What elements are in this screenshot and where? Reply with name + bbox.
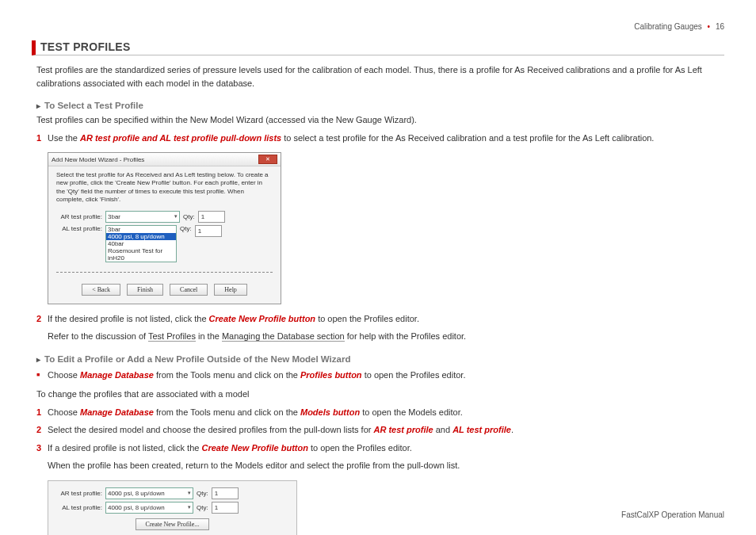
wizard-dialog: Add New Model Wizard - Profiles ✕ Select…	[48, 152, 281, 304]
t: from the Tools menu and click on the	[154, 407, 300, 417]
help-button[interactable]: Help	[214, 284, 247, 296]
al-label: AL test profile:	[56, 225, 102, 232]
ar-profile-combo[interactable]: 3bar▾	[105, 211, 180, 223]
al-qty-input[interactable]: 1	[195, 225, 222, 237]
ar-qty-input[interactable]: 1	[198, 211, 225, 223]
link-test-profiles[interactable]: Test Profiles	[148, 331, 196, 342]
dialog-buttons: < Back Finish Cancel Help	[48, 276, 281, 304]
step-num: 2	[36, 312, 48, 326]
cancel-button[interactable]: Cancel	[170, 284, 208, 296]
page-header: Calibrating Gauges • 16	[32, 22, 724, 31]
link-managing-db[interactable]: Managing the Database section	[222, 331, 345, 342]
t: If a desired profile is not listed, clic…	[48, 443, 201, 453]
s2-step-2: 2 Select the desired model and choose th…	[36, 423, 724, 437]
step-num: 2	[36, 423, 48, 437]
step-num: 3	[36, 441, 48, 455]
chevron-down-icon: ▾	[188, 490, 191, 496]
s2-step-3: 3 If a desired profile is not listed, cl…	[36, 441, 724, 455]
create-profile-ref2: Create New Profile button	[201, 443, 307, 453]
dialog-title: Add New Model Wizard - Profiles	[52, 156, 144, 163]
after-create: When the profile has been created, retur…	[48, 459, 724, 472]
t: If the desired profile is not listed, cl…	[48, 314, 209, 323]
subheading-edit: To Edit a Profile or Add a New Profile O…	[36, 354, 724, 364]
step-num: 1	[36, 406, 48, 419]
p2-ar-qty[interactable]: 1	[212, 487, 239, 499]
manage-db-ref: Manage Database	[80, 370, 154, 380]
profiles-btn-ref: Profiles button	[300, 370, 362, 380]
opt-3bar[interactable]: 3bar	[106, 226, 176, 233]
t: to open the Profiles editor.	[308, 443, 412, 453]
models-btn-ref: Models button	[300, 407, 360, 417]
p2-al-label: AL test profile:	[56, 504, 102, 511]
t: Choose	[48, 407, 80, 417]
qty-label2: Qty:	[180, 225, 192, 232]
chevron-down-icon: ▾	[174, 213, 178, 220]
opt-4000psi[interactable]: 4000 psi, 8 up/down	[106, 233, 176, 240]
ar-label: AR test profile:	[56, 213, 102, 220]
t: Choose	[48, 370, 80, 380]
opt-rosemount[interactable]: Rosemount Test for inH20	[106, 247, 176, 262]
subheading-select: To Select a Test Profile	[36, 101, 724, 110]
s2-step-1: 1 Choose Manage Database from the Tools …	[36, 406, 724, 419]
step-1: 1 Use the AR test profile and AL test pr…	[36, 132, 724, 145]
p2-ar-label: AR test profile:	[56, 490, 102, 497]
profiles-panel: AR test profile: 4000 psi, 8 up/down▾ Qt…	[48, 480, 297, 535]
bullet-1: Choose Manage Database from the Tools me…	[36, 369, 724, 382]
al-profile-dropdown[interactable]: 3bar 4000 psi, 8 up/down 40bar Rosemount…	[105, 225, 177, 262]
p2-al-qty[interactable]: 1	[212, 502, 239, 514]
t: from the Tools menu and click on the	[154, 370, 300, 380]
p2-qty-label: Qty:	[197, 490, 208, 497]
t: for help with the Profiles editor.	[345, 331, 466, 341]
t: Refer to the discussion of	[48, 331, 148, 341]
create-profile-ref: Create New Profile button	[209, 314, 315, 323]
intro-text: Test profiles are the standardized serie…	[36, 63, 724, 90]
dialog-desc: Select the test profile for As Received …	[56, 171, 273, 204]
opt-40bar[interactable]: 40bar	[106, 240, 176, 247]
p2-al-combo[interactable]: 4000 psi, 8 up/down▾	[105, 502, 193, 514]
header-section: Calibrating Gauges	[634, 22, 702, 31]
change-lead: To change the profiles that are associat…	[36, 388, 724, 401]
al-profile-ref: AL test profile	[452, 425, 511, 434]
t: Select the desired model and choose the …	[48, 425, 374, 434]
footer: FastCalXP Operation Manual	[621, 510, 724, 519]
dashed-divider	[56, 272, 273, 273]
create-new-profile-button[interactable]: Create New Profile...	[136, 518, 210, 530]
refer-line: Refer to the discussion of Test Profiles…	[48, 330, 724, 343]
select-lead: Test profiles can be specified within th…	[36, 113, 724, 127]
ar-al-pulldown-ref: AR test profile and AL test profile pull…	[80, 133, 281, 143]
ar-profile-ref: AR test profile	[374, 425, 433, 434]
chevron-down-icon: ▾	[188, 504, 191, 510]
step-num: 1	[36, 132, 48, 145]
t: to open the Models editor.	[360, 407, 463, 417]
step-2: 2 If the desired profile is not listed, …	[36, 312, 724, 326]
header-page: 16	[716, 22, 724, 31]
close-icon[interactable]: ✕	[258, 155, 277, 164]
section-title: TEST PROFILES	[32, 40, 724, 55]
header-bullet: •	[708, 22, 711, 31]
back-button[interactable]: < Back	[82, 284, 120, 296]
t: to open the Profiles editor.	[315, 314, 419, 323]
t: to select a test profile for the As Rece…	[281, 133, 654, 143]
p2-ar-combo[interactable]: 4000 psi, 8 up/down▾	[105, 487, 193, 499]
finish-button[interactable]: Finish	[127, 284, 163, 296]
t: Use the	[48, 133, 80, 143]
qty-label: Qty:	[183, 213, 195, 220]
p2-qty-label2: Qty:	[197, 504, 208, 511]
t: to open the Profiles editor.	[362, 370, 466, 380]
manage-db-ref2: Manage Database	[80, 407, 154, 417]
dialog-titlebar: Add New Model Wizard - Profiles ✕	[48, 153, 281, 166]
t: .	[511, 425, 514, 434]
t: in the	[196, 331, 222, 341]
t: and	[433, 425, 452, 434]
